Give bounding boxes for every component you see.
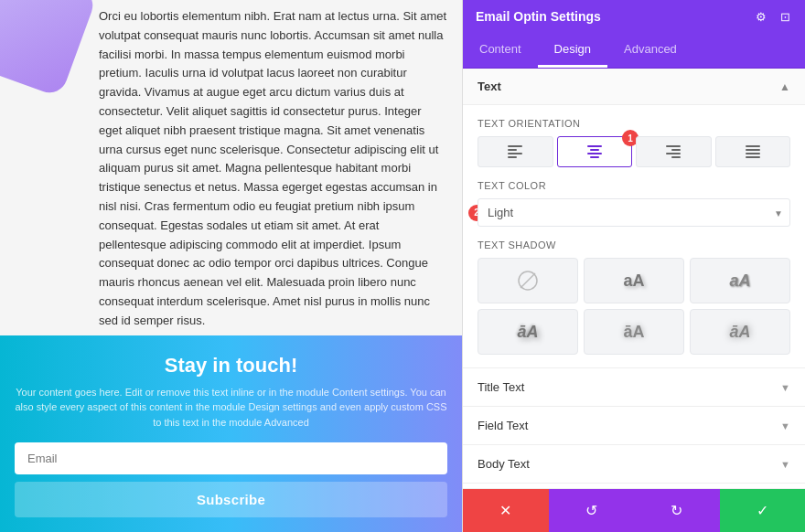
title-text-section[interactable]: Title Text ▼ <box>463 368 805 407</box>
panel-toolbar: ✕ ↺ ↻ ✓ <box>463 488 805 532</box>
tab-design[interactable]: Design <box>538 33 607 68</box>
shadow-preview-1: aA <box>623 271 644 291</box>
text-color-select[interactable]: Light Dark Custom <box>478 198 790 227</box>
reset-button[interactable]: ↺ <box>549 489 635 532</box>
align-justify-btn[interactable] <box>715 136 791 167</box>
panel-tabs: Content Design Advanced <box>463 33 805 69</box>
text-section-chevron: ▲ <box>779 80 790 93</box>
svg-rect-4 <box>587 145 602 147</box>
svg-rect-12 <box>746 145 760 147</box>
subscribe-button[interactable]: Subscribe <box>15 482 447 517</box>
svg-rect-1 <box>508 149 517 151</box>
body-text-chevron: ▼ <box>780 459 790 470</box>
shadow-style-4-btn[interactable]: āA <box>584 309 684 355</box>
reset-icon: ↺ <box>585 502 597 519</box>
shadow-style-2-btn[interactable]: aA <box>690 258 790 303</box>
text-section-header[interactable]: Text ▲ <box>463 69 805 105</box>
svg-line-17 <box>521 273 535 288</box>
panel-header-icons: ⚙ ⊡ <box>754 9 792 24</box>
panel-title: Email Optin Settings <box>476 9 601 24</box>
svg-rect-10 <box>666 153 681 154</box>
page-body-text: Orci eu lobortis elementum nibh. Erat na… <box>99 7 447 331</box>
field-text-label: Field Text <box>478 419 528 432</box>
svg-rect-15 <box>746 156 760 158</box>
shadow-preview-5: āA <box>729 323 750 342</box>
svg-rect-2 <box>508 153 522 154</box>
shadow-style-1-btn[interactable]: aA <box>584 258 684 303</box>
title-text-chevron: ▼ <box>780 382 790 393</box>
svg-rect-5 <box>590 149 599 151</box>
shadow-style-3-btn[interactable]: āA <box>478 309 578 355</box>
shadow-preview-4: āA <box>623 323 644 342</box>
text-section-label: Text <box>478 80 501 93</box>
text-orientation-buttons: 1 <box>478 136 790 167</box>
shadow-none-btn[interactable] <box>478 258 578 303</box>
text-color-label: Text Color <box>478 180 790 191</box>
svg-rect-6 <box>587 153 602 154</box>
body-text-label: Body Text <box>478 457 530 471</box>
field-text-chevron: ▼ <box>780 420 790 431</box>
redo-icon: ↻ <box>671 502 682 519</box>
confirm-icon: ✓ <box>757 502 768 519</box>
svg-rect-7 <box>590 156 599 158</box>
title-text-label: Title Text <box>478 380 524 394</box>
text-section-body: Text Orientation 1 Text Color 2 <box>463 105 805 368</box>
confirm-button[interactable]: ✓ <box>720 489 806 532</box>
settings-panel: Email Optin Settings ⚙ ⊡ Content Design … <box>462 0 805 532</box>
tab-content[interactable]: Content <box>463 33 538 68</box>
expand-icon[interactable]: ⊡ <box>778 9 792 24</box>
color-select-wrapper: Light Dark Custom ▼ <box>478 198 790 227</box>
svg-rect-0 <box>508 145 522 147</box>
cancel-icon: ✕ <box>499 502 511 519</box>
align-left-btn[interactable] <box>478 136 553 167</box>
svg-rect-13 <box>746 149 760 151</box>
field-text-section[interactable]: Field Text ▼ <box>463 407 805 445</box>
redo-button[interactable]: ↻ <box>634 489 720 532</box>
panel-body: Text ▲ Text Orientation 1 <box>463 69 805 488</box>
text-shadow-grid: aA aA āA āA āA <box>478 258 790 355</box>
body-text-section[interactable]: Body Text ▼ <box>463 445 805 484</box>
optin-description: Your content goes here. Edit or remove t… <box>15 385 447 431</box>
shadow-preview-3: āA <box>517 323 538 342</box>
align-center-btn[interactable]: 1 <box>557 136 633 167</box>
text-shadow-label: Text Shadow <box>478 239 790 250</box>
page-content-area: Orci eu lobortis elementum nibh. Erat na… <box>0 0 462 347</box>
svg-rect-14 <box>746 153 760 154</box>
settings-icon[interactable]: ⚙ <box>754 9 768 24</box>
align-right-btn[interactable] <box>636 136 712 167</box>
optin-title: Stay in touch! <box>15 354 447 378</box>
panel-header: Email Optin Settings ⚙ ⊡ <box>463 0 805 33</box>
svg-rect-9 <box>671 149 681 151</box>
shadow-style-5-btn[interactable]: āA <box>690 309 790 355</box>
text-orientation-label: Text Orientation <box>478 118 790 129</box>
svg-rect-11 <box>671 156 681 158</box>
tab-advanced[interactable]: Advanced <box>607 33 693 68</box>
cancel-button[interactable]: ✕ <box>463 489 549 532</box>
svg-rect-8 <box>666 145 681 147</box>
email-optin-widget: Stay in touch! Your content goes here. E… <box>0 335 462 533</box>
shadow-preview-2: aA <box>729 271 750 291</box>
svg-rect-3 <box>508 156 517 158</box>
text-color-row: 2 Light Dark Custom ▼ <box>478 198 790 227</box>
email-input[interactable] <box>15 442 447 474</box>
